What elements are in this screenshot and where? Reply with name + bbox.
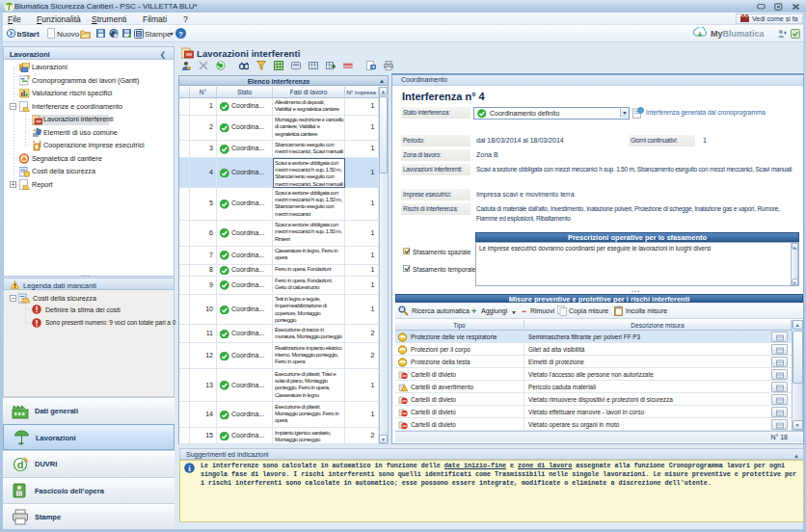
svg-text:?: ?	[178, 30, 183, 39]
svg-text:d: d	[17, 459, 24, 470]
